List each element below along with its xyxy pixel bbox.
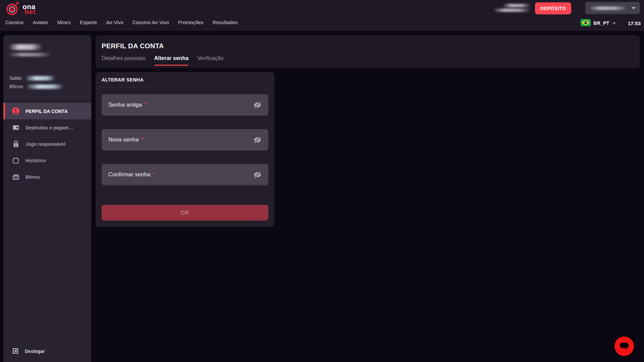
profile-header-card: PERFIL DA CONTA Detalhes pessoais Altera… [96,35,640,68]
account-dropdown[interactable] [585,2,640,14]
change-password-card: ALTERAR SENHA Senha antiga * Nova senha … [96,72,274,227]
lock-icon [12,140,20,148]
chat-bubble-icon [619,341,630,352]
brazil-flag-icon [581,19,591,27]
sidebar-user-redacted [3,35,91,56]
clock: 17:53 [628,20,641,26]
balance-value-blur [26,76,55,80]
account-sidebar: Saldo: Bônus: PERFIL DA CONTA [3,35,91,362]
bonus-value-blur [27,84,63,89]
chevron-down-icon [612,20,616,26]
sidebar-item-depositos[interactable]: Depósitos e pagam… [3,119,91,136]
submit-password-button[interactable]: OK [102,205,268,221]
sidebar-item-bonus[interactable]: Bônus [3,169,91,185]
old-password-input[interactable]: Senha antiga * [102,94,268,116]
nav-item-aviator[interactable]: Aviator [33,19,48,25]
field-label: Senha antiga [108,102,142,108]
brand-wordmark: ona bet [22,4,36,14]
account-value-blur [590,7,626,10]
nav-item-cassino[interactable]: Cassino [5,19,23,25]
nav-item-promocoes[interactable]: Promoções [178,19,204,25]
balance-label: Saldo: [9,75,23,81]
bonus-label: Bônus: [9,84,24,89]
sidebar-item-label: PERFIL DA CONTA [25,109,68,114]
field-label: Confirmar senha [108,171,151,178]
balance-row: Saldo: [9,75,85,81]
required-asterisk: * [144,102,147,108]
toggle-password-visibility-button[interactable] [252,100,262,110]
brand-wordmark-bottom: bet [24,9,36,14]
sidebar-item-label: Jogo responsável [25,141,65,147]
user-name-blur [9,44,42,50]
eye-off-icon [253,170,262,179]
eye-off-icon [253,101,262,110]
eye-off-icon [253,135,262,144]
wallet-icon [12,124,20,132]
tab-verificacao[interactable]: Verificação [197,55,223,66]
required-asterisk: * [153,171,155,178]
tab-alterar-senha[interactable]: Alterar senha [154,55,189,66]
field-spacer [102,116,268,129]
username-blur-line [503,4,530,7]
field-label: Nova senha [108,136,139,143]
deposit-button[interactable]: DEPÓSITO [535,2,571,14]
new-password-input[interactable]: Nova senha * [102,129,268,150]
live-chat-button[interactable] [614,337,634,356]
logout-button[interactable]: Deslogar [12,345,45,358]
logout-label: Deslogar [25,349,45,354]
username-redacted [494,4,530,12]
sidebar-item-label: Depósitos e pagam… [25,125,73,130]
user-id-blur [9,53,50,56]
change-password-form: Senha antiga * Nova senha * [96,87,274,221]
logout-icon [12,347,19,356]
confirm-password-input[interactable]: Confirmar senha * [102,164,268,185]
main-nav: Cassino Aviator Mines Esporte Ao Vivo Ca… [5,19,238,25]
user-icon [12,107,20,115]
nav-item-resultados[interactable]: Resultados [213,19,238,25]
gift-icon [12,173,20,181]
page-title: PERFIL DA CONTA [102,42,634,50]
nav-item-esporte[interactable]: Esporte [80,19,97,25]
toggle-password-visibility-button[interactable] [252,170,262,180]
bonus-row: Bônus: [9,83,85,89]
sidebar-item-jogo-responsavel[interactable]: Jogo responsável [3,136,91,152]
sidebar-divider [3,96,91,96]
field-spacer [102,150,268,164]
nav-item-ao-vivo[interactable]: Ao Vivo [106,19,123,25]
profile-tabs: Detalhes pessoais Alterar senha Verifica… [102,55,634,66]
locale-label: BR_PT [593,20,609,26]
sidebar-item-historico[interactable]: Histórico [3,152,91,169]
sidebar-balances: Saldo: Bônus: [3,68,91,89]
calendar-icon [12,157,20,165]
header-divider [578,3,578,13]
tab-detalhes-pessoais[interactable]: Detalhes pessoais [102,55,146,66]
sidebar-item-label: Histórico [25,158,46,163]
header-divider [622,19,622,27]
chevron-down-icon [631,5,636,11]
top-header: ona bet DEPÓSITO Cassino Aviator Mines E… [0,0,644,31]
nav-item-mines[interactable]: Mines [57,19,71,25]
username-blur-line [494,9,530,12]
sidebar-menu: PERFIL DA CONTA Depósitos e pagam… J [3,103,91,185]
sidebar-item-label: Bônus [25,174,40,180]
nav-item-cassino-ao-vivo[interactable]: Cassino Ao Vivo [132,19,169,25]
locale-selector[interactable]: BR_PT [581,19,616,27]
card-title: ALTERAR SENHA [96,72,274,87]
target-dart-icon [5,1,21,17]
toggle-password-visibility-button[interactable] [252,135,262,145]
required-asterisk: * [141,136,144,143]
brand-logo[interactable]: ona bet [5,1,36,17]
sidebar-item-perfil-da-conta[interactable]: PERFIL DA CONTA [3,103,91,119]
header-right-group: BR_PT 17:53 [581,18,641,28]
